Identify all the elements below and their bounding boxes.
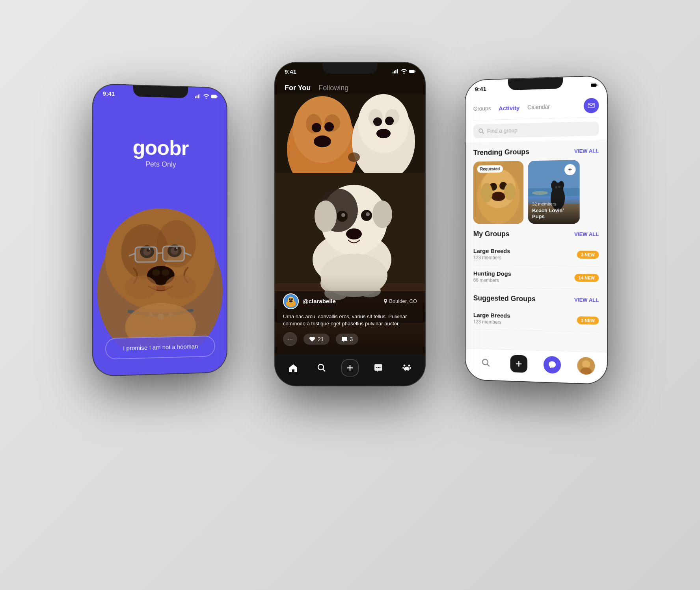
svg-point-120 (555, 186, 557, 188)
tab-calendar[interactable]: Calendar (527, 104, 550, 111)
my-group-item-1[interactable]: Large Breeds 123 members 3 NEW (473, 243, 599, 267)
my-groups-header: My Groups VIEW ALL (473, 230, 599, 238)
trending-view-all[interactable]: VIEW ALL (574, 148, 599, 154)
app-logo: goobr (133, 137, 189, 159)
cta-text: I promise I am not a hooman (123, 343, 198, 352)
svg-point-109 (481, 183, 492, 202)
time-left: 9:41 (103, 90, 115, 97)
svg-rect-70 (393, 72, 393, 74)
bottom-nav-center (275, 354, 425, 386)
cta-button[interactable]: I promise I am not a hooman (105, 336, 215, 360)
svg-rect-71 (394, 71, 395, 73)
dog-image-left (93, 180, 227, 348)
notch-right (508, 78, 563, 91)
add-icon (346, 364, 354, 372)
suggested1-members: 123 members (473, 319, 510, 325)
trending-card-2[interactable]: 32 members Beach Lovin' Pups + (528, 160, 580, 224)
heart-icon (309, 336, 315, 342)
like-button[interactable]: 21 (303, 334, 330, 345)
card2-name: Beach Lovin' Pups (532, 207, 575, 220)
tab-following[interactable]: Following (318, 84, 348, 92)
svg-point-39 (324, 122, 334, 132)
group1-badge: 3 NEW (577, 250, 599, 259)
suggested-title: Suggested Groups (473, 294, 536, 303)
nav-messages-button[interactable] (370, 359, 387, 377)
time-right: 9:41 (475, 85, 486, 93)
svg-rect-96 (578, 83, 579, 88)
group1-info: Large Breeds 123 members (473, 247, 510, 260)
svg-point-38 (312, 123, 321, 132)
suggested-view-all[interactable]: VIEW ALL (574, 297, 599, 303)
group2-badge: 14 NEW (575, 273, 599, 282)
svg-point-101 (479, 129, 482, 132)
suggested-section: Suggested Groups VIEW ALL Large Breeds 1… (473, 294, 599, 332)
svg-line-102 (482, 132, 484, 134)
my-groups-view-all[interactable]: VIEW ALL (574, 231, 599, 237)
search-nav-icon (482, 358, 490, 367)
svg-point-123 (482, 359, 488, 365)
notch-left (133, 85, 188, 98)
right-nav-chat[interactable] (543, 356, 560, 373)
my-group-item-2[interactable]: Hunting Dogs 66 members 14 NEW (473, 265, 599, 289)
screen-right: 9:41 Groups Activity Calendar (465, 76, 607, 384)
feed-tabs: For You Following (275, 80, 425, 96)
svg-rect-2 (198, 95, 199, 98)
signal-icon-right (574, 83, 580, 88)
svg-rect-72 (395, 70, 396, 74)
suggested1-info: Large Breeds 123 members (473, 312, 510, 325)
post-actions: ··· 21 3 (283, 332, 417, 346)
card2-overlay: 32 members Beach Lovin' Pups (528, 197, 580, 224)
svg-point-61 (366, 212, 370, 216)
svg-point-57 (372, 200, 392, 228)
more-button[interactable]: ··· (283, 332, 297, 346)
notch-center (322, 63, 378, 74)
wifi-icon-left (203, 94, 210, 98)
phone-center: 9:41 For You Following (275, 63, 425, 386)
post-username[interactable]: @clarabelle (303, 298, 336, 304)
logo-area: goobr Pets Only (133, 137, 189, 169)
svg-rect-74 (409, 70, 415, 73)
svg-point-40 (314, 135, 331, 147)
nav-add-button[interactable] (341, 359, 359, 377)
svg-rect-1 (197, 95, 197, 98)
svg-rect-73 (397, 69, 398, 73)
signal-icon-center (393, 69, 399, 74)
trending-title: Trending Groups (473, 148, 529, 157)
paw-icon (402, 363, 411, 373)
nav-pets-button[interactable] (398, 359, 415, 377)
video-overlay: @clarabelle Boulder, CO Urna hac arcu, c… (275, 293, 425, 346)
svg-rect-98 (597, 84, 598, 86)
group1-name: Large Breeds (473, 247, 510, 254)
svg-point-121 (558, 186, 560, 188)
screen-left: 9:41 goobr Pets Only (93, 84, 227, 376)
group1-members: 123 members (473, 255, 510, 260)
tab-for-you[interactable]: For You (285, 84, 311, 92)
right-nav-search[interactable] (477, 354, 494, 371)
group2-members: 66 members (473, 277, 511, 283)
svg-point-79 (289, 298, 291, 300)
right-nav-avatar[interactable] (577, 356, 595, 375)
svg-point-62 (346, 228, 362, 239)
svg-rect-0 (195, 96, 196, 98)
suggested1-badge: 3 NEW (577, 316, 599, 325)
nav-search-button[interactable] (313, 359, 330, 377)
my-groups-section: My Groups VIEW ALL Large Breeds 123 memb… (473, 230, 599, 289)
search-bar[interactable]: Find a group (473, 121, 599, 138)
comment-button[interactable]: 3 (336, 334, 359, 345)
tab-activity[interactable]: Activity (499, 104, 519, 111)
right-nav-add[interactable] (510, 355, 527, 373)
suggested-item-1[interactable]: Large Breeds 123 members 3 NEW (473, 307, 599, 332)
status-icons-left (195, 94, 218, 99)
card2-members: 32 members (532, 201, 575, 206)
wifi-icon-right (583, 83, 589, 88)
svg-point-81 (289, 300, 293, 302)
mail-button[interactable] (584, 98, 599, 113)
right-bottom-nav (465, 348, 607, 384)
svg-point-118 (551, 180, 557, 190)
search-icon (317, 364, 326, 372)
nav-home-button[interactable] (285, 359, 302, 377)
phone-left: 9:41 goobr Pets Only (93, 84, 227, 376)
battery-icon-center (409, 69, 415, 74)
svg-point-90 (408, 365, 410, 367)
trending-card-1[interactable]: Requested (473, 161, 523, 224)
